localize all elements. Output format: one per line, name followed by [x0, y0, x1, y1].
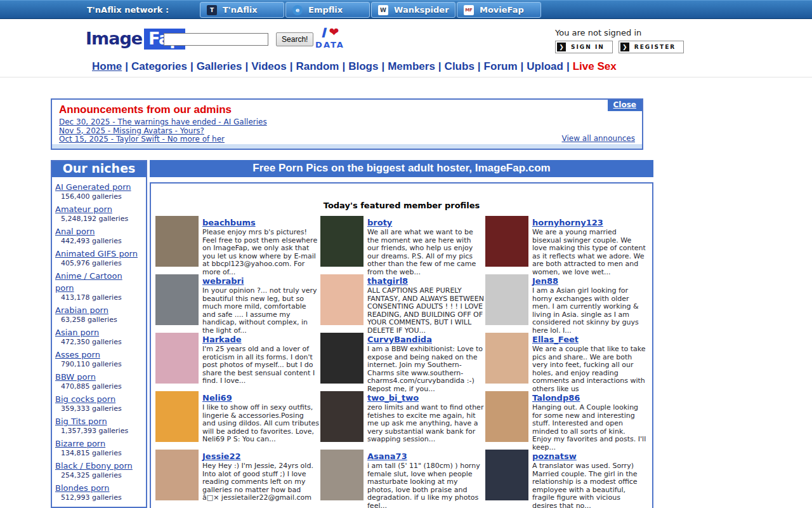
profile-username-link[interactable]: beachbums — [202, 218, 256, 227]
profile-thumbnail[interactable] — [485, 333, 528, 384]
niches-title: Our niches — [52, 161, 146, 177]
niche-link[interactable]: Anime / Cartoon porn — [55, 271, 122, 293]
niche-link[interactable]: Black / Ebony porn — [55, 461, 133, 471]
announcement-link[interactable]: Dec 30, 2025 - The warnings have ended -… — [59, 118, 267, 127]
niche-count: 156,400 galleries — [55, 192, 143, 201]
nav-forum[interactable]: Forum — [484, 60, 518, 72]
niche-item: Bondage / S&M porn471,295 galleries — [55, 504, 143, 508]
profile-username-link[interactable]: Asana73 — [367, 451, 407, 461]
nav-separator: | — [290, 60, 293, 72]
featured-profiles-panel: Today's featured member profiles beachbu… — [150, 182, 653, 508]
profile-username-link[interactable]: poznatsw — [532, 451, 577, 461]
profile-description: ALL CAPTIONS ARE PURELY FANTASY, AND ALW… — [367, 287, 484, 335]
announcement-link[interactable]: Oct 15, 2025 - Taylor Swift - No more of… — [59, 135, 267, 144]
nav-home[interactable]: Home — [92, 60, 122, 72]
profile-username-link[interactable]: two_bi_two — [367, 393, 419, 403]
nav-galleries[interactable]: Galleries — [197, 60, 242, 72]
profile-thumbnail[interactable] — [155, 450, 199, 500]
view-all-announces-link[interactable]: View all announces — [562, 134, 635, 143]
profile-thumbnail[interactable] — [320, 391, 363, 442]
profile-description: zero limits and want to find other fetis… — [367, 404, 484, 444]
nav-live-sex[interactable]: Live Sex — [573, 60, 617, 72]
niche-link[interactable]: Anal porn — [55, 227, 95, 236]
profile-thumbnail[interactable] — [320, 450, 363, 500]
profile-username-link[interactable]: Jen88 — [532, 276, 558, 286]
nav-clubs[interactable]: Clubs — [445, 60, 475, 72]
profile-username-link[interactable]: Harkade — [202, 335, 242, 344]
profile-description: I like to show off in sexy outfits, ling… — [202, 404, 319, 444]
profile-thumbnail[interactable] — [320, 333, 363, 384]
profile-username-link[interactable]: CurvyBandida — [367, 335, 432, 344]
wankspider-icon: W — [378, 5, 388, 15]
announcement-link[interactable]: Nov 5, 2025 - Missing Avatars - Yours? — [59, 127, 267, 136]
profile-username-link[interactable]: broty — [367, 218, 392, 227]
niche-link[interactable]: Amateur porn — [55, 204, 112, 214]
niche-link[interactable]: Animated GIFS porn — [55, 249, 138, 258]
arrow-icon: ❯ — [557, 43, 566, 51]
signin-status-text: You are not signed in — [555, 28, 684, 37]
profile-thumbnail[interactable] — [155, 216, 199, 267]
sign-in-button[interactable]: ❯ SIGN IN — [555, 41, 613, 53]
search-button[interactable]: Search! — [276, 32, 313, 46]
network-button-empflix[interactable]: e Empflix — [285, 2, 370, 18]
nav-categories[interactable]: Categories — [131, 60, 187, 72]
register-button[interactable]: ❯ REGISTER — [619, 41, 684, 53]
profile-username-link[interactable]: Neli69 — [202, 393, 232, 403]
profile-username-link[interactable]: Talondp86 — [532, 393, 580, 403]
nav-separator: | — [381, 60, 384, 72]
niche-item: Anal porn442,493 galleries — [55, 225, 143, 245]
network-button-tnaflix[interactable]: T T'nAflix — [200, 2, 284, 18]
nav-videos[interactable]: Videos — [251, 60, 286, 72]
network-bar-label: T'nAflix network : — [87, 5, 169, 15]
niche-item: BBW porn470,885 galleries — [55, 370, 143, 391]
profile-thumbnail[interactable] — [485, 391, 528, 442]
network-button-label: Empflix — [308, 5, 343, 15]
profile-description: i am tall (5' 11" (180cm) ) horny female… — [367, 462, 484, 508]
niche-link[interactable]: BBW porn — [55, 372, 96, 382]
profile-thumbnail[interactable] — [155, 391, 199, 442]
search-input[interactable] — [164, 33, 268, 46]
niche-link[interactable]: Bondage / S&M porn — [55, 505, 140, 508]
profile-card: two_bi_twozero limits and want to find o… — [320, 391, 485, 450]
profile-card: Jessie22Hey Hey :) I'm Jessie, 24yrs old… — [155, 450, 320, 508]
profile-card: brotyWe all are what we want to be the m… — [320, 216, 485, 274]
niche-link[interactable]: Asses porn — [55, 350, 100, 359]
profile-thumbnail[interactable] — [320, 274, 363, 325]
nav-upload[interactable]: Upload — [527, 60, 563, 72]
niche-link[interactable]: Blondes porn — [55, 483, 109, 493]
niche-item: Bizarre porn134,815 galleries — [55, 437, 143, 457]
niche-link[interactable]: Asian porn — [55, 328, 99, 337]
niche-link[interactable]: AI Generated porn — [55, 182, 131, 192]
profile-thumbnail[interactable] — [155, 274, 199, 325]
profile-thumbnail[interactable] — [485, 274, 528, 325]
nav-members[interactable]: Members — [388, 60, 435, 72]
profile-username-link[interactable]: webrabri — [202, 276, 244, 286]
profile-card: thatgirl8ALL CAPTIONS ARE PURELY FANTASY… — [320, 274, 485, 333]
nav-blogs[interactable]: Blogs — [348, 60, 378, 72]
featured-profiles-title: Today's featured member profiles — [151, 201, 652, 210]
profile-card: Ellas_FeetWe are a couple that like to t… — [485, 333, 646, 391]
profile-thumbnail[interactable] — [485, 450, 528, 500]
niche-link[interactable]: Big Tits porn — [55, 417, 107, 426]
register-label: REGISTER — [634, 44, 676, 50]
profile-username-link[interactable]: thatgirl8 — [367, 276, 408, 286]
profile-description: Please enjoy mrs b's pictures! Feel free… — [202, 229, 319, 276]
search-form: Search! — [164, 32, 313, 46]
nav-random[interactable]: Random — [296, 60, 339, 72]
niche-link[interactable]: Arabian porn — [55, 305, 108, 315]
profile-thumbnail[interactable] — [155, 333, 199, 384]
profile-username-link[interactable]: Ellas_Feet — [532, 335, 579, 344]
network-button-wankspider[interactable]: W Wankspider — [371, 2, 455, 18]
close-button[interactable]: Close — [608, 100, 642, 111]
niche-item: Asses porn790,110 galleries — [55, 348, 143, 368]
announcements-title: Announcements from our admins — [59, 104, 232, 116]
niche-link[interactable]: Bizarre porn — [55, 439, 105, 448]
profile-username-link[interactable]: hornyhorny123 — [532, 218, 603, 227]
nav-separator: | — [190, 60, 193, 72]
network-button-moviefap[interactable]: MF MovieFap — [457, 2, 541, 18]
profile-description: In your opinion ?... not truly very beau… — [202, 287, 319, 335]
niche-link[interactable]: Big cocks porn — [55, 394, 115, 404]
profile-thumbnail[interactable] — [320, 216, 363, 267]
profile-thumbnail[interactable] — [485, 216, 528, 267]
profile-username-link[interactable]: Jessie22 — [202, 451, 241, 461]
